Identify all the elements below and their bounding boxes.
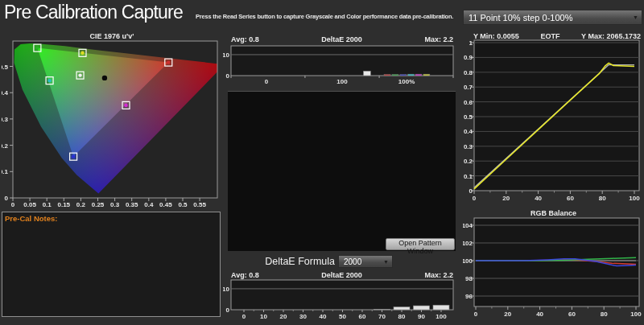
yellow-target-dot [80,51,84,55]
series-points-select[interactable]: 11 Point 10% step 0-100% ▼ [463,10,642,25]
y-tick-label: 0 [226,72,230,80]
grayscale-deltae-chart-panel: Avg: 0.8 DeltaE 2000 Max: 2.2 1000102030… [223,271,456,323]
x-tick-label: 100 [336,78,348,84]
chevron-down-icon: ▼ [380,259,392,265]
series-points-value: 11 Point 10% step 0-100% [464,13,630,23]
rgb-balance-chart-panel: RGB Balance 9698100102104020406080100 [463,208,644,325]
deltae-formula-select[interactable]: 2000 ▼ [338,255,393,268]
pre-cal-notes-label: Pre-Cal Notes: [2,212,220,224]
x-tick-label: 20 [280,313,287,320]
magenta-target-dot [124,104,127,107]
x-tick-label: 10 [260,313,267,320]
y-tick-label: 0.9 [464,54,473,61]
x-tick-label: 40 [535,195,542,202]
y-tick-label: 0.1 [464,173,473,180]
measured-white-dot [102,76,107,80]
y-tick-label: 0.4 [464,128,473,135]
x-tick-label: 0.25 [92,201,105,208]
bar-90 [414,306,430,310]
x-tick-label: 90 [418,313,425,320]
deltae-formula-value: 2000 [339,257,380,266]
page-title: Pre Calibration Capture [4,2,183,23]
y-tick-label: 0.5 [2,64,9,71]
y-tick-label: 1 [469,39,473,47]
plot-area [474,218,639,306]
x-tick-label: 0 [474,311,478,318]
x-tick-label: 0.3 [110,201,120,208]
y-tick-label: 10 [223,286,230,293]
pattern-preview-window: Open Pattern Window [228,91,456,251]
y-tick-label: 10 [223,51,230,59]
x-tick-label: 0.05 [23,201,36,208]
red-target-dot [167,60,170,64]
instruction-text: Press the Read Series button to capture … [196,13,453,20]
x-tick-label: 100 [436,313,447,320]
y-tick-label: 0.3 [2,116,9,123]
blue-100-bar [400,74,407,76]
x-tick-label: 30 [299,313,307,320]
series-deltae-chart-svg: 1000100100% [223,35,456,84]
cie-chart-panel: CIE 1976 u'v' [2,31,222,208]
x-tick-label: 40 [536,311,543,318]
y-tick-label: 0 [5,195,9,202]
x-tick-label: 100 [629,195,640,202]
y-tick-label: 98 [465,275,473,282]
x-tick-label: 0 [265,78,269,84]
white-target-dot [78,73,81,76]
green-100-bar [392,74,398,76]
y-tick-label: 0.5 [464,113,473,121]
x-tick-label: 0.4 [144,201,154,208]
x-tick-label: 0.55 [193,201,206,208]
x-tick-label: 80 [599,195,606,202]
rgb-balance-chart-svg: 9698100102104020406080100 [463,208,644,325]
x-tick-label: 0.5 [178,201,188,208]
bar-80 [394,307,410,310]
y-tick-label: 0.8 [464,69,473,76]
pre-cal-notes-area[interactable]: Pre-Cal Notes: [2,212,221,317]
red-100-bar [384,74,390,76]
x-tick-label: 60 [568,311,576,318]
pre-calibration-capture-page: Pre Calibration Capture Press the Read S… [0,0,644,325]
chevron-down-icon: ▼ [630,14,642,20]
y-tick-label: 100 [463,257,473,265]
x-tick-label: 0 [473,195,477,202]
x-tick-label: 50 [339,313,346,320]
eotf-chart-svg: 00.10.20.30.40.50.60.70.80.9102040608010… [463,32,644,203]
yellow-100-bar [423,74,430,76]
x-tick-label: 20 [502,195,510,202]
white-100-bar [363,71,370,76]
y-tick-label: 0.4 [2,89,9,97]
cyan-target-dot [47,79,51,82]
x-tick-label: 100 [630,311,642,318]
open-pattern-window-button[interactable]: Open Pattern Window [386,238,455,250]
eotf-chart-panel: Y Min: 0.0055 EOTF Y Max: 2065.1732 00.1… [463,32,644,203]
y-tick-label: 0.7 [464,84,473,91]
x-tick-label: 20 [504,311,511,318]
x-tick-label: 80 [398,313,406,320]
x-tick-label: 0.35 [126,201,138,208]
x-tick-label: 0.45 [159,201,172,208]
x-tick-label: 70 [378,313,386,320]
grayscale-deltae-chart-svg: 1000102030405060708090100 [223,271,456,323]
x-tick-label: 60 [359,313,366,320]
x-tick-label: 0 [242,313,246,320]
cie-chart-svg: 00.050.10.150.20.250.30.350.40.450.50.55… [2,31,222,208]
y-tick-label: 102 [463,240,473,247]
y-tick-label: 0.2 [464,158,473,165]
bar-70 [374,309,390,310]
x-tick-label: 0.15 [58,201,71,208]
green-target-dot [35,46,39,49]
y-tick-label: 0.3 [464,143,473,150]
y-tick-label: 0.2 [2,142,9,150]
x-tick-label: 0.2 [76,201,86,208]
y-tick-label: 0.1 [2,168,9,175]
bar-100 [433,305,449,310]
cyan-100-bar [408,74,415,76]
y-tick-label: 0 [469,187,473,195]
y-tick-label: 96 [465,293,473,300]
x-tick-label: 100% [398,78,415,84]
magenta-100-bar [415,74,422,76]
deltae-formula-label: DeltaE Formula [228,256,335,267]
plot-area [231,280,453,310]
plot-area [231,46,453,76]
